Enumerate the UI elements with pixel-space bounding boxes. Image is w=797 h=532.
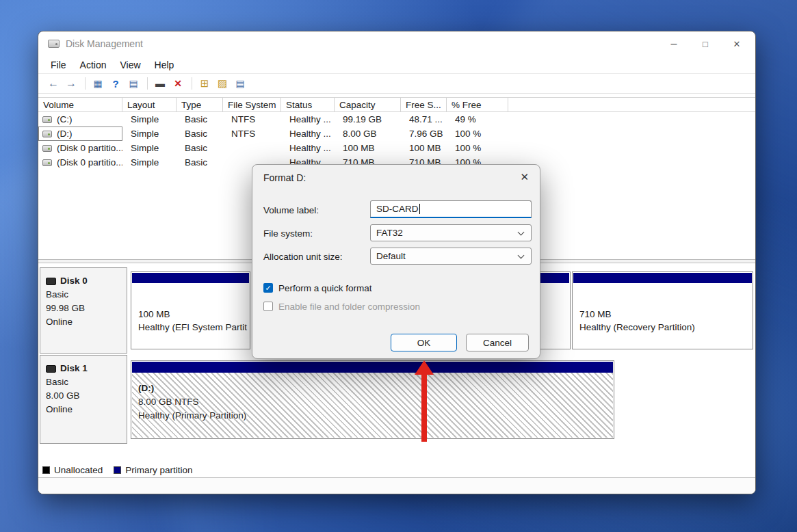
cell-file-system: NTFS (223, 129, 281, 139)
ok-button[interactable]: OK (391, 334, 457, 351)
volume-row-d-selected[interactable]: (D:) Simple Basic NTFS Healthy ... 8.00 … (38, 127, 755, 141)
column-header-layout[interactable]: Layout (122, 98, 177, 111)
cell-type: Basic (177, 114, 223, 124)
menu-bar: File Action View Help (38, 56, 755, 74)
red-arrow-pointer-shaft (421, 373, 427, 442)
toolbar-separator (192, 77, 192, 90)
unallocated-swatch-icon (42, 466, 50, 474)
partition-status: Healthy (Recovery Partition) (579, 321, 753, 334)
partition-status: Healthy (EFI System Partit (138, 321, 250, 334)
cell-free-space: 100 MB (401, 143, 447, 153)
cell-type: Basic (177, 129, 223, 139)
status-bar (38, 477, 755, 494)
disk-size: 99.98 GB (46, 302, 127, 315)
toolbar-separator (85, 77, 86, 90)
volume-icon (42, 131, 52, 137)
properties-icon[interactable]: ▤ (232, 76, 248, 91)
column-header-capacity[interactable]: Capacity (335, 98, 401, 111)
allocation-unit-value: Default (376, 251, 406, 261)
disk-0-label-panel[interactable]: Disk 0 Basic 99.98 GB Online (40, 267, 127, 354)
disk-kind: Basic (46, 288, 127, 302)
volume-name: (Disk 0 partitio... (57, 157, 122, 168)
disk-1-row: Disk 1 Basic 8.00 GB Online (D:) 8.00 GB… (38, 354, 755, 445)
partition-status: Healthy (Primary Partition) (138, 409, 614, 423)
check-icon: ✓ (265, 284, 271, 293)
volume-name: (D:) (57, 129, 73, 139)
column-header-filler (508, 98, 755, 111)
titlebar[interactable]: Disk Management – □ ✕ (38, 31, 755, 56)
disk-drive-app-icon (48, 40, 60, 48)
list-view-icon[interactable]: ▤ (125, 76, 142, 91)
cell-pct-free: 100 % (447, 143, 508, 153)
format-dialog: Format D: ✕ Volume label: SD-CARD File s… (252, 164, 540, 359)
delete-volume-icon[interactable]: ✕ (170, 76, 186, 91)
cell-capacity: 99.19 GB (335, 114, 401, 124)
menu-action[interactable]: Action (73, 59, 114, 70)
volume-table-header: Volume Layout Type File System Status Ca… (38, 97, 755, 112)
menu-file[interactable]: File (44, 59, 73, 70)
disk-name: Disk 1 (60, 362, 88, 375)
quick-format-checkbox[interactable]: ✓ (263, 283, 273, 293)
cell-free-space: 7.96 GB (401, 129, 447, 139)
volume-label-input[interactable]: SD-CARD (370, 200, 532, 218)
open-icon[interactable]: ▨ (214, 76, 231, 91)
partition-size: 710 MB (579, 308, 753, 321)
legend: Unallocated Primary partition (38, 462, 755, 477)
partition-header-bar (132, 362, 613, 373)
column-header-type[interactable]: Type (177, 98, 223, 111)
console-tree-icon[interactable]: ▦ (90, 76, 106, 91)
file-system-label: File system: (263, 228, 313, 239)
cell-capacity: 8.00 GB (335, 129, 401, 139)
legend-label: Unallocated (54, 465, 103, 475)
partition-recovery[interactable]: 710 MB Healthy (Recovery Partition) (572, 271, 753, 349)
dialog-close-icon[interactable]: ✕ (520, 171, 529, 183)
help-icon[interactable]: ? (107, 76, 124, 91)
volume-label-value: SD-CARD (376, 204, 419, 214)
volume-row-c[interactable]: (C:) Simple Basic NTFS Healthy ... 99.19… (38, 112, 755, 127)
toolbar-separator (147, 77, 148, 90)
cell-status: Healthy ... (281, 143, 335, 153)
cell-file-system: NTFS (223, 114, 281, 124)
partition-size: 8.00 GB NTFS (138, 395, 614, 409)
volume-name: (C:) (57, 114, 73, 124)
volume-row-efi[interactable]: (Disk 0 partitio... Simple Basic Healthy… (38, 141, 755, 155)
menu-view[interactable]: View (113, 59, 147, 70)
partition-header-bar (132, 273, 249, 283)
disk-1-label-panel[interactable]: Disk 1 Basic 8.00 GB Online (40, 355, 127, 444)
chevron-down-icon (518, 229, 525, 236)
cancel-button[interactable]: Cancel (466, 334, 529, 351)
column-header-volume[interactable]: Volume (38, 98, 122, 111)
maximize-button[interactable]: □ (690, 31, 721, 56)
partition-efi[interactable]: 100 MB Healthy (EFI System Partit (131, 271, 250, 349)
disk-kind: Basic (46, 375, 127, 389)
new-simple-volume-icon[interactable]: ⊞ (196, 76, 213, 91)
volume-icon (42, 145, 52, 152)
cell-layout: Simple (122, 114, 177, 124)
disk-status: Online (46, 403, 127, 416)
column-header-status[interactable]: Status (281, 98, 335, 111)
window-controls: – □ ✕ (658, 31, 753, 56)
compression-label: Enable file and folder compression (278, 302, 420, 312)
change-drive-letter-icon[interactable]: ▬ (152, 76, 168, 91)
dialog-title: Format D: (263, 172, 306, 183)
column-header-pct-free[interactable]: % Free (447, 98, 508, 111)
allocation-unit-label: Allocation unit size: (263, 252, 343, 262)
volume-list: Volume Layout Type File System Status Ca… (38, 97, 755, 170)
chevron-down-icon (518, 252, 525, 259)
partition-d-selected[interactable]: (D:) 8.00 GB NTFS Healthy (Primary Parti… (131, 360, 614, 439)
column-header-free-space[interactable]: Free S... (401, 98, 447, 111)
file-system-value: FAT32 (376, 228, 403, 238)
allocation-unit-select[interactable]: Default (370, 248, 532, 265)
back-icon[interactable]: ← (45, 76, 62, 91)
file-system-select[interactable]: FAT32 (370, 224, 532, 241)
cell-pct-free: 100 % (447, 129, 508, 139)
minimize-button[interactable]: – (658, 31, 690, 56)
forward-icon[interactable]: → (63, 76, 79, 91)
primary-partition-swatch-icon (114, 466, 121, 474)
cell-layout: Simple (122, 143, 177, 153)
close-button[interactable]: ✕ (721, 31, 753, 56)
column-header-file-system[interactable]: File System (223, 98, 281, 111)
menu-help[interactable]: Help (148, 59, 181, 70)
partition-label: (D:) (138, 382, 614, 395)
compression-checkbox[interactable] (263, 302, 273, 311)
